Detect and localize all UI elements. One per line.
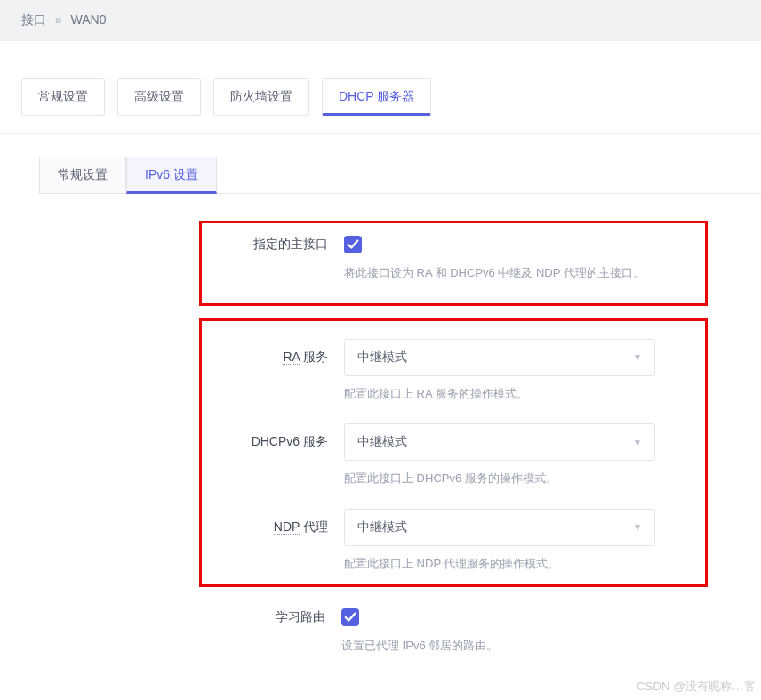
tab-general[interactable]: 常规设置 — [21, 78, 105, 116]
select-ra-service[interactable]: 中继模式 ▼ — [344, 339, 655, 376]
hint-master: 将此接口设为 RA 和 DHCPv6 中继及 NDP 代理的主接口。 — [344, 264, 645, 282]
select-dhcpv6-value: 中继模式 — [357, 434, 407, 450]
label-dhcpv6-service: DHCPv6 服务 — [202, 434, 344, 450]
checkbox-master[interactable] — [344, 236, 362, 253]
tabs-inner: 常规设置 IPv6 设置 — [39, 156, 761, 193]
select-ndp-value: 中继模式 — [357, 519, 407, 535]
tabs-outer: 常规设置 高级设置 防火墙设置 DHCP 服务器 — [0, 41, 761, 116]
label-ra-service: RA 服务 — [202, 350, 344, 366]
caret-down-icon: ▼ — [633, 352, 642, 362]
highlight-box-services: RA 服务 中继模式 ▼ 配置此接口上 RA 服务的操作模式。 DHCPv6 服… — [199, 318, 708, 588]
label-ndp-suffix: 代理 — [300, 519, 328, 534]
tab-inner-general[interactable]: 常规设置 — [39, 157, 126, 194]
hint-ra: 配置此接口上 RA 服务的操作模式。 — [344, 385, 528, 403]
label-learn-routes: 学习路由 — [199, 609, 341, 625]
select-ndp-proxy[interactable]: 中继模式 ▼ — [344, 509, 655, 546]
check-icon — [347, 238, 359, 251]
label-ndp-proxy: NDP 代理 — [202, 519, 344, 535]
check-icon — [344, 611, 356, 624]
label-ndp-dotted: NDP — [274, 519, 300, 535]
tab-firewall[interactable]: 防火墙设置 — [213, 78, 309, 116]
hint-dhcpv6: 配置此接口上 DHCPv6 服务的操作模式。 — [344, 470, 557, 487]
label-ra-suffix: 服务 — [300, 350, 328, 364]
tab-advanced[interactable]: 高级设置 — [117, 78, 201, 116]
highlight-box-master: 指定的主接口 将此接口设为 RA 和 DHCPv6 中继及 NDP 代理的主接口… — [199, 221, 708, 306]
breadcrumb: 接口 » WAN0 — [0, 0, 761, 41]
select-ra-value: 中继模式 — [357, 350, 407, 366]
inner-panel: 常规设置 IPv6 设置 指定的主接口 将此接口设为 RA 和 DHCPv6 中… — [0, 133, 761, 655]
hint-learn: 设置已代理 IPv6 邻居的路由。 — [341, 637, 498, 655]
select-dhcpv6-service[interactable]: 中继模式 ▼ — [344, 423, 655, 461]
row-learn-routes: 学习路由 设置已代理 IPv6 邻居的路由。 — [199, 599, 708, 655]
checkbox-learn-routes[interactable] — [341, 608, 359, 626]
form-area: 指定的主接口 将此接口设为 RA 和 DHCPv6 中继及 NDP 代理的主接口… — [39, 193, 761, 655]
label-master: 指定的主接口 — [202, 237, 344, 253]
label-ra-dotted: RA — [283, 350, 300, 365]
caret-down-icon: ▼ — [633, 438, 642, 447]
tab-dhcp-server[interactable]: DHCP 服务器 — [322, 78, 431, 116]
caret-down-icon: ▼ — [633, 522, 642, 532]
breadcrumb-sep: » — [55, 12, 62, 27]
breadcrumb-part-1[interactable]: 接口 — [21, 12, 46, 27]
hint-ndp: 配置此接口上 NDP 代理服务的操作模式。 — [344, 555, 559, 573]
watermark: CSDN @没有昵称…客 — [637, 679, 756, 695]
breadcrumb-part-2: WAN0 — [71, 12, 107, 27]
tab-inner-ipv6[interactable]: IPv6 设置 — [126, 157, 217, 194]
